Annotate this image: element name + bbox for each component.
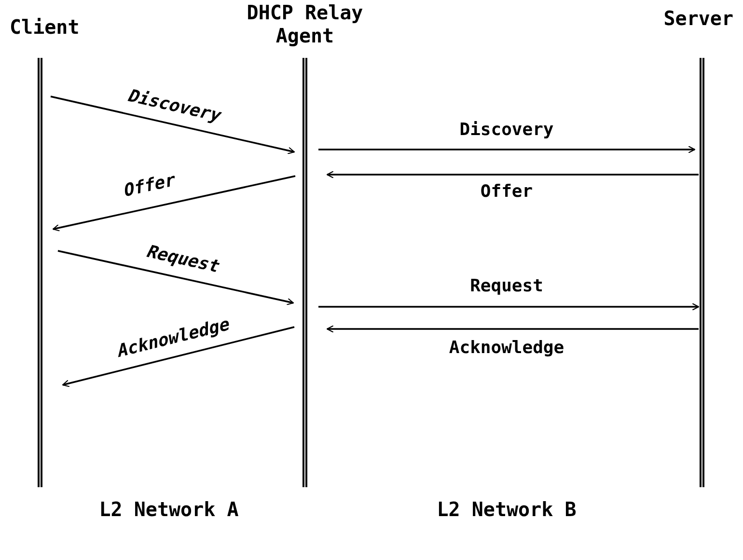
participant-server: Server [664, 7, 734, 29]
label-left-discovery: Discovery [125, 85, 224, 125]
participant-client: Client [10, 16, 80, 38]
label-right-request: Request [470, 275, 543, 295]
footer-network-a: L2 Network A [99, 498, 239, 520]
lifeline-server [701, 58, 703, 487]
label-right-ack: Acknowledge [449, 337, 564, 357]
participant-relay-line2: Agent [276, 25, 334, 47]
footer-network-b: L2 Network B [437, 498, 577, 520]
lifeline-client [39, 58, 41, 487]
lifeline-relay [303, 58, 306, 487]
label-left-ack: Acknowledge [114, 314, 232, 361]
label-left-request: Request [144, 241, 221, 276]
label-right-discovery: Discovery [459, 119, 553, 139]
participant-relay-line1: DHCP Relay [247, 1, 363, 24]
label-left-offer: Offer [121, 169, 178, 200]
label-right-offer: Offer [481, 181, 533, 201]
dhcp-relay-sequence-diagram: Client DHCP Relay Agent Server Discovery… [0, 0, 743, 560]
